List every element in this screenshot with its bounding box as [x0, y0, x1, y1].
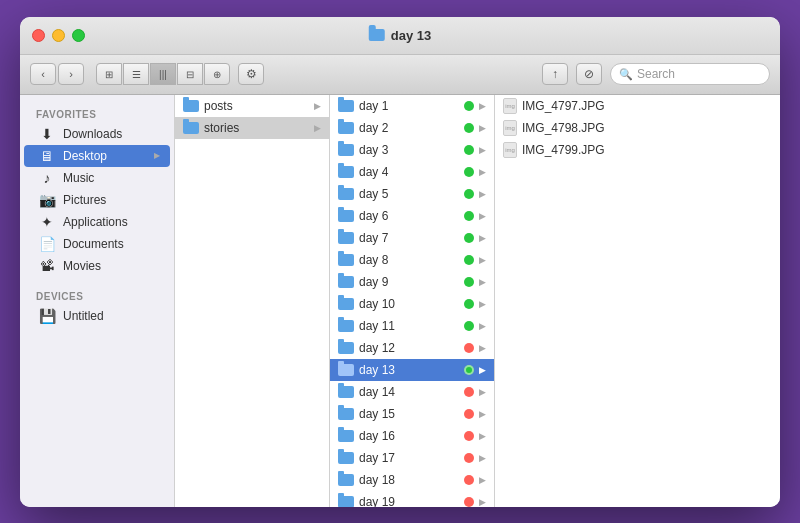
sidebar-item-untitled[interactable]: 💾 Untitled	[24, 305, 170, 327]
finder-window: day 13 ‹ › ⊞ ☰ ||| ⊟ ⊕ ⚙ ↑ ⊘ 🔍 Search Fa…	[20, 17, 780, 507]
row-arrow: ▶	[479, 409, 486, 419]
row-name: day 8	[359, 253, 459, 267]
forward-button[interactable]: ›	[58, 63, 84, 85]
view-list-button[interactable]: ☰	[123, 63, 149, 85]
row-arrow: ▶	[479, 123, 486, 133]
row-name: day 4	[359, 165, 459, 179]
close-button[interactable]	[32, 29, 45, 42]
col2-row-day12[interactable]: day 12 ▶	[330, 337, 494, 359]
col2-row-day19[interactable]: day 19 ▶	[330, 491, 494, 507]
col2-row-day14[interactable]: day 14 ▶	[330, 381, 494, 403]
minimize-button[interactable]	[52, 29, 65, 42]
sidebar-item-pictures[interactable]: 📷 Pictures	[24, 189, 170, 211]
sidebar-item-music-label: Music	[63, 171, 94, 185]
row-arrow: ▶	[479, 299, 486, 309]
col2-row-day2[interactable]: day 2 ▶	[330, 117, 494, 139]
col3-row-img4799[interactable]: img IMG_4799.JPG	[495, 139, 780, 161]
view-cover-button[interactable]: ⊟	[177, 63, 203, 85]
col3-row-img4798[interactable]: img IMG_4798.JPG	[495, 117, 780, 139]
status-dot	[464, 101, 474, 111]
status-dot	[464, 321, 474, 331]
devices-label: Devices	[20, 285, 174, 305]
settings-button[interactable]: ⚙	[238, 63, 264, 85]
col2-row-day9[interactable]: day 9 ▶	[330, 271, 494, 293]
sidebar: Favorites ⬇ Downloads 🖥 Desktop ♪ Music …	[20, 95, 175, 507]
row-arrow: ▶	[479, 475, 486, 485]
col1-row-posts-name: posts	[204, 99, 309, 113]
file-icon: img	[503, 142, 517, 158]
status-dot	[464, 233, 474, 243]
desktop-icon: 🖥	[38, 148, 56, 164]
row-arrow: ▶	[479, 277, 486, 287]
sidebar-item-downloads-label: Downloads	[63, 127, 122, 141]
col2-row-day11[interactable]: day 11 ▶	[330, 315, 494, 337]
favorites-label: Favorites	[20, 103, 174, 123]
row-arrow: ▶	[479, 255, 486, 265]
view-group-button[interactable]: ⊕	[204, 63, 230, 85]
pictures-icon: 📷	[38, 192, 56, 208]
col3-row-img4797[interactable]: img IMG_4797.JPG	[495, 95, 780, 117]
row-name: day 15	[359, 407, 459, 421]
sidebar-item-movies[interactable]: 📽 Movies	[24, 255, 170, 277]
folder-icon	[338, 276, 354, 288]
folder-icon	[183, 122, 199, 134]
col2-row-day7[interactable]: day 7 ▶	[330, 227, 494, 249]
folder-icon	[338, 474, 354, 486]
col2-row-day6[interactable]: day 6 ▶	[330, 205, 494, 227]
row-arrow: ▶	[479, 101, 486, 111]
sidebar-item-desktop[interactable]: 🖥 Desktop	[24, 145, 170, 167]
row-name: day 6	[359, 209, 459, 223]
window-title-area: day 13	[369, 28, 431, 43]
maximize-button[interactable]	[72, 29, 85, 42]
status-dot	[464, 189, 474, 199]
row-name: IMG_4799.JPG	[522, 143, 772, 157]
col2-row-day3[interactable]: day 3 ▶	[330, 139, 494, 161]
folder-icon	[338, 496, 354, 507]
documents-icon: 📄	[38, 236, 56, 252]
toolbar: ‹ › ⊞ ☰ ||| ⊟ ⊕ ⚙ ↑ ⊘ 🔍 Search	[20, 55, 780, 95]
row-arrow: ▶	[479, 233, 486, 243]
col2-row-day10[interactable]: day 10 ▶	[330, 293, 494, 315]
status-dot	[464, 123, 474, 133]
col2-row-day13[interactable]: day 13 ▶	[330, 359, 494, 381]
tag-button[interactable]: ⊘	[576, 63, 602, 85]
folder-icon	[338, 210, 354, 222]
col2-row-day17[interactable]: day 17 ▶	[330, 447, 494, 469]
folder-icon	[338, 342, 354, 354]
view-icon-button[interactable]: ⊞	[96, 63, 122, 85]
share-button[interactable]: ↑	[542, 63, 568, 85]
sidebar-item-applications[interactable]: ✦ Applications	[24, 211, 170, 233]
folder-icon	[338, 364, 354, 376]
row-name: day 9	[359, 275, 459, 289]
row-name: IMG_4798.JPG	[522, 121, 772, 135]
sidebar-item-music[interactable]: ♪ Music	[24, 167, 170, 189]
row-arrow: ▶	[479, 145, 486, 155]
status-dot	[464, 211, 474, 221]
row-arrow: ▶	[479, 167, 486, 177]
sidebar-item-documents[interactable]: 📄 Documents	[24, 233, 170, 255]
folder-icon	[338, 408, 354, 420]
back-button[interactable]: ‹	[30, 63, 56, 85]
col1-row-stories-arrow: ▶	[314, 123, 321, 133]
row-arrow: ▶	[479, 211, 486, 221]
folder-icon	[338, 298, 354, 310]
col2-row-day4[interactable]: day 4 ▶	[330, 161, 494, 183]
columns-container: posts ▶ stories ▶ day 1 ▶	[175, 95, 780, 507]
col2-row-day15[interactable]: day 15 ▶	[330, 403, 494, 425]
col1-row-stories[interactable]: stories ▶	[175, 117, 329, 139]
nav-buttons: ‹ ›	[30, 63, 84, 85]
col2-row-day16[interactable]: day 16 ▶	[330, 425, 494, 447]
col2-row-day1[interactable]: day 1 ▶	[330, 95, 494, 117]
sidebar-item-desktop-label: Desktop	[63, 149, 107, 163]
status-dot	[464, 453, 474, 463]
sidebar-item-downloads[interactable]: ⬇ Downloads	[24, 123, 170, 145]
col2-row-day8[interactable]: day 8 ▶	[330, 249, 494, 271]
sidebar-item-documents-label: Documents	[63, 237, 124, 251]
status-dot	[464, 475, 474, 485]
col2-row-day5[interactable]: day 5 ▶	[330, 183, 494, 205]
status-dot	[464, 277, 474, 287]
view-column-button[interactable]: |||	[150, 63, 176, 85]
search-box[interactable]: 🔍 Search	[610, 63, 770, 85]
col1-row-posts[interactable]: posts ▶	[175, 95, 329, 117]
col2-row-day18[interactable]: day 18 ▶	[330, 469, 494, 491]
